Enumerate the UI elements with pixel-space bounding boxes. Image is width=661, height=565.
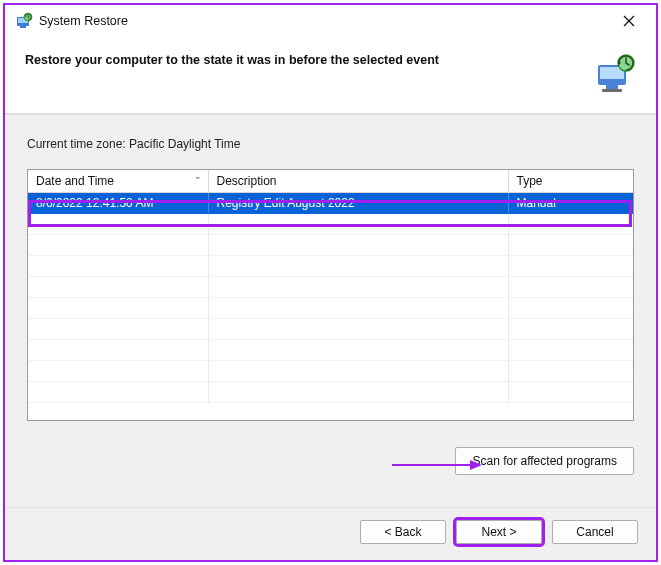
scan-affected-programs-button[interactable]: Scan for affected programs bbox=[455, 447, 634, 475]
column-description[interactable]: Description bbox=[208, 170, 508, 193]
table-row bbox=[28, 361, 633, 382]
table-row bbox=[28, 319, 633, 340]
timezone-label: Current time zone: Pacific Daylight Time bbox=[27, 137, 634, 151]
table-row[interactable]: 8/6/2022 12:41:50 AMRegistry Edit August… bbox=[28, 193, 633, 214]
svg-rect-2 bbox=[20, 26, 26, 28]
column-date[interactable]: Date and Time ⌄ bbox=[28, 170, 208, 193]
table-row bbox=[28, 214, 633, 235]
table-row bbox=[28, 298, 633, 319]
table-row bbox=[28, 256, 633, 277]
restore-points-table[interactable]: Date and Time ⌄ Description Type 8/6/202… bbox=[27, 169, 634, 421]
sort-caret-icon: ⌄ bbox=[194, 171, 202, 181]
cancel-button[interactable]: Cancel bbox=[552, 520, 638, 544]
table-row bbox=[28, 340, 633, 361]
column-type[interactable]: Type bbox=[508, 170, 633, 193]
header: Restore your computer to the state it wa… bbox=[5, 37, 656, 113]
next-button[interactable]: Next > bbox=[456, 520, 542, 544]
footer: < Back Next > Cancel bbox=[5, 507, 656, 560]
page-heading: Restore your computer to the state it wa… bbox=[25, 53, 592, 67]
close-button[interactable] bbox=[608, 7, 650, 35]
table-header-row: Date and Time ⌄ Description Type bbox=[28, 170, 633, 193]
titlebar: System Restore bbox=[5, 5, 656, 37]
back-button[interactable]: < Back bbox=[360, 520, 446, 544]
table-row bbox=[28, 277, 633, 298]
table-row bbox=[28, 235, 633, 256]
restore-large-icon bbox=[592, 53, 638, 95]
close-icon bbox=[623, 15, 635, 27]
svg-rect-6 bbox=[606, 85, 618, 89]
system-restore-icon bbox=[15, 12, 33, 30]
svg-rect-7 bbox=[602, 89, 622, 92]
window-title: System Restore bbox=[33, 14, 608, 28]
content-area: Current time zone: Pacific Daylight Time… bbox=[5, 114, 656, 507]
table-row bbox=[28, 382, 633, 403]
window-frame: System Restore Restore your computer to … bbox=[3, 3, 658, 562]
